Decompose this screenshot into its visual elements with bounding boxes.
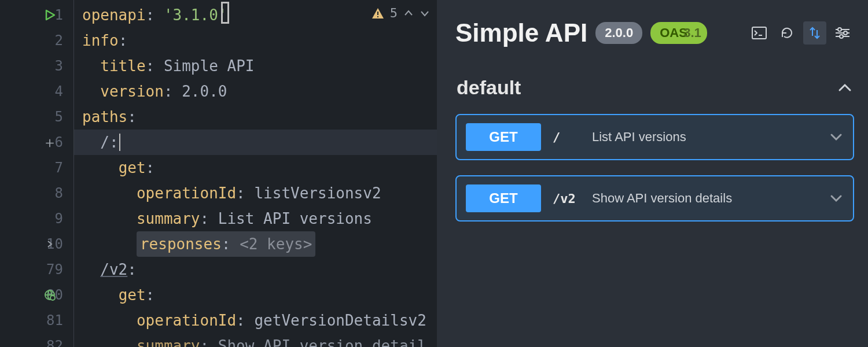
svg-rect-5 [377,16,378,17]
plus-icon[interactable]: ＋ [41,133,59,152]
folded-region[interactable]: responses: <2 keys> [137,231,315,257]
sync-scroll-icon[interactable] [803,21,826,45]
gutter: 1 2 3 4 5 6 ＋ 7 8 9 10 79 80 81 [0,0,74,347]
endpoint-row[interactable]: GET /v2 Show API version details [455,175,854,222]
preview-toolbar [748,21,854,45]
oas-badge: OAS 3.1 [650,22,707,44]
prev-problem-button[interactable] [403,8,414,19]
line-number: 9 [38,211,63,227]
code-line[interactable]: get: [74,282,437,308]
settings-icon[interactable] [831,21,854,45]
line-number: 2 [38,32,63,49]
code-line[interactable]: paths: [74,104,437,130]
tag-section-header[interactable]: default [455,71,854,114]
api-title: Simple API [455,19,587,47]
api-preview-panel: Simple API 2.0.0 OAS 3.1 default [437,0,868,347]
warning-count: 5 [390,6,398,20]
line-number: 4 [38,83,63,99]
code-line-active[interactable]: /: [74,130,437,155]
svg-rect-6 [752,27,766,39]
version-badge: 2.0.0 [595,22,642,44]
code-line[interactable]: /v2: [74,257,437,282]
text-caret [119,134,120,151]
next-problem-button[interactable] [420,8,430,19]
chevron-down-icon [829,130,844,145]
code-line[interactable]: operationId: getVersionDetailsv2 [74,308,437,333]
endpoint-summary: List API versions [592,130,686,145]
svg-point-3 [50,296,55,300]
code-line[interactable]: info: [74,28,437,53]
problems-widget[interactable]: 5 [372,6,430,20]
code-line[interactable]: summary: List API versions [74,206,437,231]
oas-badge-version: 3.1 [683,25,701,40]
code-line[interactable]: title: Simple API [74,53,437,79]
svg-rect-4 [377,12,378,15]
endpoint-path: /v2 [553,191,580,206]
globe-icon[interactable] [41,286,59,304]
run-icon[interactable] [41,6,59,24]
code-editor[interactable]: 1 2 3 4 5 6 ＋ 7 8 9 10 79 80 81 [0,0,437,347]
svg-point-13 [840,35,843,38]
endpoint-path: / [553,130,580,145]
line-number: 8 [38,185,63,201]
warning-icon[interactable] [372,7,384,20]
line-number: 79 [38,261,63,278]
terminal-icon[interactable] [748,21,771,45]
http-method-badge: GET [466,184,541,212]
chevron-down-icon [829,191,844,206]
endpoint-row[interactable]: GET / List API versions [455,114,854,160]
endpoint-summary: Show API version details [592,191,732,206]
refresh-icon[interactable] [775,21,799,45]
line-number: 7 [38,160,63,176]
code-line[interactable]: summary: Show API version detail [74,333,437,347]
line-number: 3 [38,58,63,74]
code-line[interactable]: version: 2.0.0 [74,79,437,104]
code-line[interactable]: operationId: listVersionsv2 [74,180,437,206]
ibeam-cursor-icon [221,3,229,22]
code-line[interactable]: get: [74,155,437,180]
http-method-badge: GET [466,123,541,151]
line-number: 82 [38,338,63,347]
svg-point-9 [838,28,841,31]
preview-header: Simple API 2.0.0 OAS 3.1 [455,19,854,47]
tag-name: default [457,76,521,99]
fold-chevron-icon[interactable] [41,235,59,253]
line-number: 5 [38,109,63,125]
line-number: 81 [38,312,63,328]
chevron-up-icon [837,80,853,96]
code-area[interactable]: openapi: '3.1.0' info: title: Simple API… [74,0,437,347]
code-line[interactable]: responses: <2 keys> [74,231,437,257]
svg-point-11 [844,31,847,35]
